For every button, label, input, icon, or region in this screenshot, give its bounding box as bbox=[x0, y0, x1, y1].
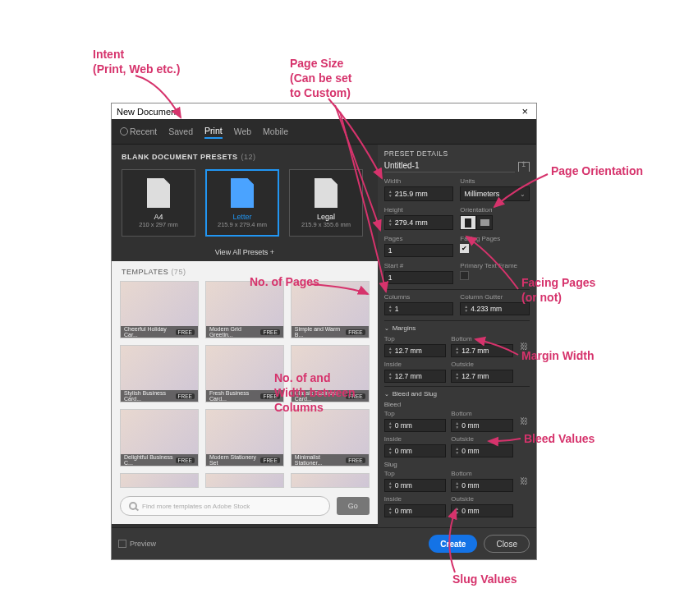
ptf-label: Primary Text Frame bbox=[460, 262, 530, 269]
preset-legal[interactable]: Legal 215.9 x 355.6 mm bbox=[289, 169, 363, 237]
template-card[interactable]: Stylish Business Card...FREE bbox=[120, 345, 199, 402]
template-badge: FREE bbox=[260, 329, 279, 335]
close-button[interactable]: Close bbox=[484, 535, 530, 553]
tab-saved[interactable]: Saved bbox=[168, 125, 193, 138]
document-name-input[interactable]: Untitled-1 bbox=[384, 161, 515, 172]
template-badge: FREE bbox=[176, 457, 195, 463]
templates-heading: TEMPLATES (75) bbox=[120, 261, 370, 281]
orientation-landscape[interactable] bbox=[476, 215, 493, 230]
margin-outside-input[interactable]: ▲▼12.7 mm bbox=[451, 370, 513, 383]
dialog-titlebar: New Document × bbox=[112, 103, 536, 119]
bleed-outside-label: Outside bbox=[451, 435, 513, 443]
preset-dim: 215.9 x 279.4 mm bbox=[218, 221, 267, 228]
pages-input[interactable]: 1 bbox=[384, 244, 454, 257]
facing-pages-checkbox[interactable]: ✔ bbox=[460, 244, 469, 253]
slug-bottom-input[interactable]: ▲▼0 mm bbox=[451, 479, 513, 492]
template-card[interactable]: Fresh Business Card...FREE bbox=[205, 345, 284, 402]
height-input[interactable]: ▲▼279.4 mm bbox=[384, 215, 454, 230]
slug-subheading: Slug bbox=[384, 461, 530, 468]
margin-bottom-input[interactable]: ▲▼12.7 mm bbox=[451, 344, 513, 357]
bleed-bottom-input[interactable]: ▲▼0 mm bbox=[451, 419, 513, 432]
slug-inside-label: Inside bbox=[384, 495, 447, 503]
view-all-presets[interactable]: View All Presets + bbox=[112, 243, 378, 261]
template-badge: FREE bbox=[260, 393, 279, 399]
gutter-label: Column Gutter bbox=[460, 293, 530, 301]
width-label: Width bbox=[384, 177, 454, 185]
template-badge: FREE bbox=[346, 393, 365, 399]
close-icon[interactable]: × bbox=[518, 105, 531, 117]
preset-details-heading: PRESET DETAILS bbox=[384, 149, 530, 161]
create-button[interactable]: Create bbox=[429, 535, 477, 553]
columns-input[interactable]: ▲▼1 bbox=[384, 302, 454, 315]
link-slug-icon[interactable]: ⛓ bbox=[518, 473, 530, 490]
preview-checkbox[interactable]: Preview bbox=[118, 540, 156, 548]
preset-row: A4 210 x 297 mm Letter 215.9 x 279.4 mm … bbox=[112, 166, 378, 243]
bleed-inside-input[interactable]: ▲▼0 mm bbox=[384, 444, 447, 457]
presets-heading: BLANK DOCUMENT PRESETS(12) bbox=[112, 145, 378, 166]
bleed-outside-input[interactable]: ▲▼0 mm bbox=[451, 444, 513, 457]
slug-outside-label: Outside bbox=[451, 495, 513, 503]
margin-bottom-label: Bottom bbox=[451, 335, 513, 342]
page-icon bbox=[231, 178, 254, 208]
width-input[interactable]: ▲▼215.9 mm bbox=[384, 186, 454, 201]
search-icon bbox=[129, 502, 137, 510]
start-label: Start # bbox=[384, 262, 454, 269]
clock-icon bbox=[120, 127, 128, 136]
template-name: Simple and Warm B... bbox=[295, 326, 347, 338]
slug-outside-input[interactable]: ▲▼0 mm bbox=[451, 504, 513, 517]
gutter-input[interactable]: ▲▼4.233 mm bbox=[460, 302, 530, 315]
slug-top-input[interactable]: ▲▼0 mm bbox=[384, 479, 447, 492]
template-card[interactable]: Minimalist Stationer...FREE bbox=[291, 409, 370, 467]
template-badge: FREE bbox=[346, 329, 365, 335]
link-bleed-icon[interactable]: ⛓ bbox=[518, 413, 530, 430]
orientation-label: Orientation bbox=[460, 206, 530, 214]
template-name: Stylish Business Card... bbox=[124, 390, 176, 402]
template-card[interactable]: Classic Business Card...FREE bbox=[291, 345, 370, 402]
units-label: Units bbox=[460, 177, 530, 185]
export-preset-icon[interactable] bbox=[518, 162, 530, 172]
templates-area: TEMPLATES (75) Cheerful Holiday Car...FR… bbox=[112, 261, 378, 524]
margin-inside-input[interactable]: ▲▼12.7 mm bbox=[384, 370, 447, 383]
annotation-orientation: Page Orientation bbox=[551, 163, 643, 178]
tab-recent[interactable]: Recent bbox=[120, 125, 157, 138]
template-name: Minimalist Stationer... bbox=[295, 454, 347, 466]
go-button[interactable]: Go bbox=[337, 497, 370, 515]
preset-label: Legal bbox=[317, 213, 335, 221]
preset-letter[interactable]: Letter 215.9 x 279.4 mm bbox=[205, 169, 279, 237]
template-card[interactable]: Modern Grid Greetin...FREE bbox=[205, 281, 284, 338]
tab-print[interactable]: Print bbox=[204, 124, 223, 139]
template-card[interactable] bbox=[291, 473, 370, 488]
template-card[interactable] bbox=[120, 473, 199, 488]
template-card[interactable] bbox=[205, 473, 284, 488]
tab-web[interactable]: Web bbox=[234, 125, 251, 138]
bleed-top-input[interactable]: ▲▼0 mm bbox=[384, 419, 447, 432]
template-name: Modern Grid Greetin... bbox=[209, 326, 261, 338]
tab-mobile[interactable]: Mobile bbox=[263, 125, 288, 138]
template-card[interactable]: Modern Stationery SetFREE bbox=[205, 409, 284, 467]
template-name: Delightful Business C... bbox=[124, 454, 176, 466]
link-margins-icon[interactable]: ⛓ bbox=[518, 338, 530, 355]
annotation-slug: Slug Values bbox=[452, 572, 517, 586]
units-select[interactable]: Millimeters⌄ bbox=[460, 186, 530, 201]
start-input[interactable]: 1 bbox=[384, 271, 454, 284]
margin-top-input[interactable]: ▲▼12.7 mm bbox=[384, 344, 447, 357]
bleed-bottom-label: Bottom bbox=[451, 410, 513, 417]
orientation-portrait[interactable] bbox=[460, 215, 476, 230]
margin-top-label: Top bbox=[384, 335, 447, 342]
bleed-slug-disclosure[interactable]: ⌄Bleed and Slug bbox=[384, 390, 530, 398]
preset-dim: 210 x 297 mm bbox=[139, 221, 178, 228]
template-badge: FREE bbox=[176, 393, 195, 399]
margins-disclosure[interactable]: ⌄Margins bbox=[384, 324, 530, 332]
ptf-checkbox[interactable] bbox=[460, 271, 469, 280]
template-card[interactable]: Cheerful Holiday Car...FREE bbox=[120, 281, 199, 338]
template-badge: FREE bbox=[260, 457, 279, 463]
template-name: Cheerful Holiday Car... bbox=[124, 326, 176, 338]
new-document-dialog: New Document × Recent Saved Print Web Mo… bbox=[111, 103, 537, 560]
preset-a4[interactable]: A4 210 x 297 mm bbox=[122, 169, 195, 237]
template-card[interactable]: Simple and Warm B...FREE bbox=[291, 281, 370, 338]
template-card[interactable]: Delightful Business C...FREE bbox=[120, 409, 199, 467]
intent-tabs: Recent Saved Print Web Mobile bbox=[112, 119, 536, 145]
search-field[interactable]: Find more templates on Adobe Stock bbox=[120, 496, 330, 516]
template-name: Classic Business Card... bbox=[295, 390, 347, 402]
slug-inside-input[interactable]: ▲▼0 mm bbox=[384, 504, 447, 517]
